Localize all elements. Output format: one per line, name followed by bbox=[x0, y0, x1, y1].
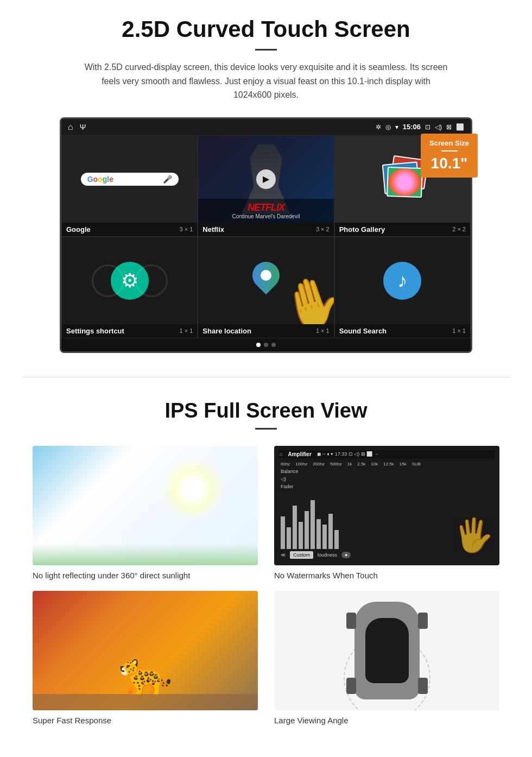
sunlight-label: No light reflecting under 360° direct su… bbox=[33, 571, 258, 580]
share-location-app-cell[interactable]: 🤚 Share location 1 × 1 bbox=[198, 237, 334, 338]
google-label-row: Google 3 × 1 bbox=[62, 223, 197, 236]
pagination-dot-3[interactable] bbox=[271, 343, 276, 347]
section-ips-view: IPS Full Screen View No light reflecting… bbox=[0, 388, 532, 741]
wifi-icon: ▾ bbox=[395, 123, 398, 131]
amp-icons: ◼ ◦◦ ♦ ▾ 17:33 ⊡ ◁) ⊠ ⬜ → bbox=[317, 451, 379, 457]
netflix-poster: ▶ NETFLIX Continue Marvel's Daredevil bbox=[198, 136, 333, 223]
settings-label-name: Settings shortcut bbox=[66, 327, 124, 335]
sound-icon-circle: ♪ bbox=[383, 262, 421, 300]
mic-icon: 🎤 bbox=[163, 175, 172, 184]
hand-touch-icon: 🤚 bbox=[275, 268, 334, 324]
amp-hand-icon: 🖐 bbox=[453, 516, 494, 554]
netflix-label-row: Netflix 3 × 2 bbox=[198, 223, 333, 236]
music-note-icon: ♪ bbox=[397, 269, 407, 292]
netflix-app-cell[interactable]: ▶ NETFLIX Continue Marvel's Daredevil Ne… bbox=[198, 135, 334, 237]
feature-sunlight: No light reflecting under 360° direct su… bbox=[33, 446, 258, 580]
ground-line bbox=[33, 694, 258, 710]
pagination-dot-1[interactable] bbox=[256, 343, 261, 347]
feature-amplifier: ⌂ Amplifier ◼ ◦◦ ♦ ▾ 17:33 ⊡ ◁) ⊠ ⬜ → 60… bbox=[274, 446, 499, 580]
car-bg bbox=[274, 591, 499, 710]
car-wheel-fr bbox=[418, 613, 428, 629]
title-divider bbox=[255, 49, 277, 51]
feature-cheetah: 🐆 Super Fast Response bbox=[33, 591, 258, 725]
netflix-play-button[interactable]: ▶ bbox=[256, 169, 276, 189]
section2-divider bbox=[255, 428, 277, 430]
share-label-name: Share location bbox=[202, 327, 251, 335]
car-body-outer bbox=[354, 602, 420, 699]
google-cell-bg: Google 🎤 bbox=[62, 136, 197, 223]
amp-bar-10 bbox=[334, 530, 339, 549]
settings-app-cell[interactable]: ⚙ Settings shortcut 1 × 1 bbox=[61, 237, 198, 338]
amp-bar-2 bbox=[287, 527, 291, 549]
app-grid-row2: ⚙ Settings shortcut 1 × 1 bbox=[61, 237, 471, 338]
usb-icon: Ψ bbox=[80, 123, 86, 131]
status-time: 15:06 bbox=[403, 123, 421, 131]
amp-bar-1 bbox=[281, 516, 285, 549]
badge-divider bbox=[441, 150, 458, 152]
amplifier-image: ⌂ Amplifier ◼ ◦◦ ♦ ▾ 17:33 ⊡ ◁) ⊠ ⬜ → 60… bbox=[274, 446, 499, 565]
settings-cell-bg: ⚙ bbox=[62, 237, 197, 324]
car-top-view bbox=[349, 596, 425, 705]
google-label-size: 3 × 1 bbox=[180, 226, 193, 232]
section1-description: With 2.5D curved-display screen, this de… bbox=[81, 60, 451, 102]
sunlight-rays bbox=[160, 457, 225, 522]
netflix-cell-bg: ▶ NETFLIX Continue Marvel's Daredevil bbox=[198, 136, 333, 223]
badge-size: 10.1" bbox=[429, 155, 469, 172]
device-screen: ⌂ Ψ ✲ ◎ ▾ 15:06 ⊡ ◁) ⊠ ⬜ bbox=[60, 117, 472, 353]
sound-search-app-cell[interactable]: ♪ Sound Search 1 × 1 bbox=[334, 237, 471, 338]
pagination-dot-2[interactable] bbox=[264, 343, 268, 347]
cheetah-image: 🐆 bbox=[33, 591, 258, 710]
amp-controls: Balance ◁) Fader bbox=[278, 468, 495, 490]
amp-bar-7 bbox=[316, 519, 321, 549]
car-wheel-rl bbox=[346, 678, 356, 694]
gallery-photo-3 bbox=[387, 167, 423, 198]
amp-home-icon: ⌂ bbox=[280, 451, 282, 457]
netflix-overlay: NETFLIX Continue Marvel's Daredevil bbox=[198, 199, 333, 223]
google-app-cell[interactable]: Google 🎤 Google 3 × 1 bbox=[61, 135, 198, 237]
cheetah-label: Super Fast Response bbox=[33, 716, 258, 725]
google-label-name: Google bbox=[66, 225, 91, 234]
amp-bar-9 bbox=[328, 514, 333, 549]
car-wheel-fl bbox=[346, 613, 356, 629]
location-icon: ◎ bbox=[385, 123, 391, 131]
google-search-bar[interactable]: Google 🎤 bbox=[81, 173, 179, 186]
amp-bar-8 bbox=[322, 525, 327, 549]
device-mockup: Screen Size 10.1" ⌂ Ψ ✲ ◎ ▾ 15:06 ⊡ ◁) ⊠… bbox=[60, 117, 472, 353]
amp-bar-5 bbox=[305, 511, 309, 549]
amp-bar-6 bbox=[311, 500, 315, 549]
share-label-row: Share location 1 × 1 bbox=[198, 324, 333, 338]
bluetooth-icon: ✲ bbox=[376, 123, 381, 131]
gallery-label-size: 2 × 2 bbox=[452, 226, 466, 232]
sound-cell-bg: ♪ bbox=[335, 237, 470, 324]
netflix-cell-inner: ▶ NETFLIX Continue Marvel's Daredevil bbox=[198, 136, 333, 223]
settings-cell-inner: ⚙ bbox=[62, 237, 197, 324]
pagination-dots bbox=[61, 338, 471, 351]
feature-car: Large Viewing Angle bbox=[274, 591, 499, 725]
badge-title: Screen Size bbox=[429, 139, 469, 147]
section-curved-touch: 2.5D Curved Touch Screen With 2.5D curve… bbox=[0, 0, 532, 366]
cheetah-bg: 🐆 bbox=[33, 591, 258, 710]
feature-grid: No light reflecting under 360° direct su… bbox=[33, 446, 499, 725]
home-icon: ⌂ bbox=[68, 122, 73, 132]
sunlight-bg bbox=[33, 446, 258, 565]
amp-title: Amplifier bbox=[288, 451, 311, 457]
gallery-label-row: Photo Gallery 2 × 2 bbox=[335, 223, 470, 236]
netflix-label-size: 3 × 2 bbox=[316, 226, 330, 232]
amp-custom-button[interactable]: Custom bbox=[290, 551, 313, 559]
amp-header: ⌂ Amplifier ◼ ◦◦ ♦ ▾ 17:33 ⊡ ◁) ⊠ ⬜ → bbox=[278, 450, 495, 458]
flower-image bbox=[388, 168, 422, 197]
settings-label-size: 1 × 1 bbox=[180, 327, 193, 334]
sound-label-row: Sound Search 1 × 1 bbox=[335, 324, 470, 338]
car-wheel-rr bbox=[418, 678, 428, 694]
car-body-inner bbox=[365, 618, 409, 683]
amp-bar-4 bbox=[299, 522, 303, 549]
maps-pin-inner bbox=[258, 268, 274, 283]
section1-title: 2.5D Curved Touch Screen bbox=[33, 16, 499, 42]
share-label-size: 1 × 1 bbox=[316, 327, 330, 334]
amp-bar-3 bbox=[293, 506, 297, 549]
car-label: Large Viewing Angle bbox=[274, 716, 499, 725]
section-divider bbox=[22, 377, 510, 377]
sunlight-image bbox=[33, 446, 258, 565]
share-cell-bg: 🤚 bbox=[198, 237, 333, 324]
amp-toggle: ● bbox=[341, 552, 351, 558]
